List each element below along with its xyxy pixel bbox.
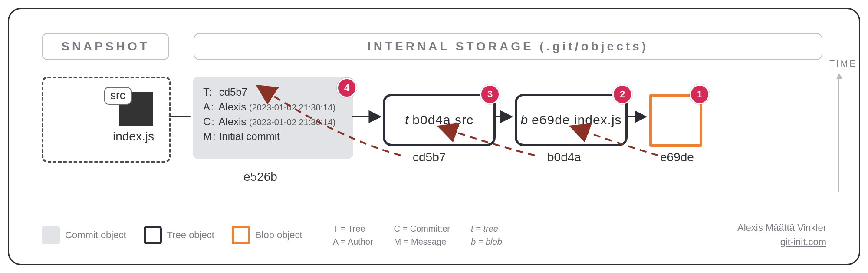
legend-tree-swatch (144, 226, 162, 244)
legend-blob: Blob object (232, 226, 302, 244)
diagram-frame: SNAPSHOT INTERNAL STORAGE (.git/objects)… (8, 8, 860, 265)
tree-root-entry-name: src (455, 113, 473, 127)
commit-author-name: Alexis (218, 101, 246, 113)
commit-author-key: A: (203, 101, 216, 113)
tree-src-hash-label: b0d4a (547, 150, 581, 164)
credit-block: Alexis Määttä Vinkler git-init.com (737, 220, 826, 249)
tree-object-src: b e69de index.js (515, 94, 628, 146)
step-badge-4: 4 (337, 78, 357, 98)
legend-key-M: M = Message (394, 235, 450, 248)
legend-key-A: A = Author (333, 235, 373, 248)
commit-committer-ts: (2023-01-02 21:30:14) (249, 117, 335, 127)
commit-object: T: cd5b7 A: Alexis (2023-01-02 21:30:14)… (193, 77, 353, 159)
tree-object-root: t b0d4a src (383, 94, 496, 146)
tree-src-type: b (520, 113, 528, 127)
header-internal-storage: INTERNAL STORAGE (.git/objects) (194, 33, 822, 60)
tree-root-entry-hash: b0d4a (412, 113, 450, 127)
time-axis-label: TIME (829, 59, 857, 69)
header-snapshot: SNAPSHOT (42, 33, 169, 60)
time-axis (838, 74, 839, 192)
legend-key-b: b = blob (471, 235, 502, 248)
legend-tree-label: Tree object (167, 230, 214, 241)
legend-commit: Commit object (42, 226, 126, 244)
legend-blob-swatch (232, 226, 250, 244)
commit-message-key: M: (203, 130, 216, 143)
legend-blob-label: Blob object (255, 230, 302, 241)
blob-hash-label: e69de (660, 150, 694, 164)
tree-root-type: t (405, 113, 409, 127)
credit-author: Alexis Määttä Vinkler (737, 220, 826, 235)
commit-tree-hash: cd5b7 (219, 86, 247, 98)
commit-committer-name: Alexis (218, 116, 246, 127)
tree-src-entry-name: index.js (574, 113, 622, 127)
legend: Commit object Tree object Blob object T … (42, 222, 826, 248)
commit-tree-key: T: (203, 86, 216, 98)
commit-author-ts: (2023-01-02 21:30:14) (249, 103, 335, 112)
legend-commit-swatch (42, 226, 60, 244)
tree-root-hash-label: cd5b7 (413, 150, 446, 164)
commit-message: Initial commit (219, 130, 280, 142)
folder-tag-src: src (104, 87, 132, 105)
step-badge-3: 3 (480, 84, 500, 104)
credit-site: git-init.com (737, 235, 826, 249)
file-name-label: index.js (113, 130, 154, 143)
step-badge-2: 2 (612, 84, 632, 104)
tree-src-entry-hash: e69de (532, 113, 570, 127)
commit-hash-label: e526b (243, 170, 277, 184)
legend-key-t: t = tree (471, 222, 502, 235)
legend-key-T: T = Tree (333, 222, 373, 235)
commit-committer-key: C: (203, 116, 216, 128)
legend-commit-label: Commit object (65, 230, 126, 241)
snapshot-box: src index.js (42, 77, 171, 163)
step-badge-1: 1 (690, 84, 710, 104)
legend-tree: Tree object (144, 226, 214, 244)
legend-key-C: C = Committer (394, 222, 450, 235)
